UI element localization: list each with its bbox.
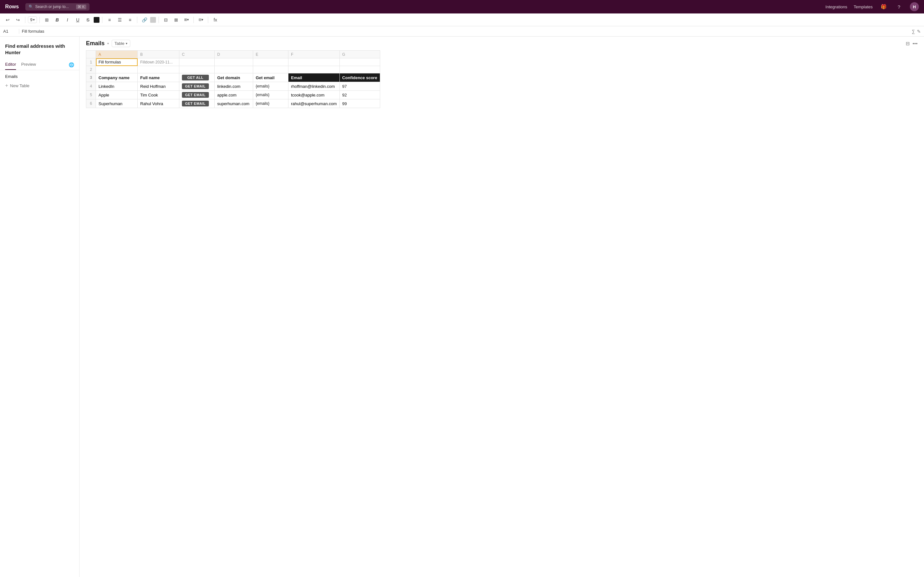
- cell-g4[interactable]: 97: [339, 82, 380, 91]
- align-left-button[interactable]: ≡: [105, 15, 114, 24]
- bg-color-swatch[interactable]: [150, 17, 156, 23]
- sheet-dot: •: [107, 41, 109, 47]
- cell-e2[interactable]: [253, 66, 288, 73]
- font-size-select[interactable]: 9 ▾: [28, 16, 37, 23]
- cell-c2[interactable]: [179, 66, 215, 73]
- cell-e1[interactable]: [253, 58, 288, 66]
- cell-c6[interactable]: GET EMAIL: [179, 99, 215, 108]
- app-logo[interactable]: Rows: [5, 4, 19, 10]
- cell-g1[interactable]: [339, 58, 380, 66]
- formula-edit-icon[interactable]: ✎: [917, 29, 921, 34]
- cell-b2[interactable]: [137, 66, 179, 73]
- freeze-button[interactable]: ⊠: [172, 15, 181, 24]
- cell-reference[interactable]: A1: [3, 29, 19, 34]
- tab-preview[interactable]: Preview: [21, 59, 36, 70]
- column-width-button[interactable]: ⊞: [42, 15, 51, 24]
- cell-f2[interactable]: [288, 66, 340, 73]
- align-center-button[interactable]: ☰: [115, 15, 124, 24]
- italic-button[interactable]: I: [63, 15, 72, 24]
- get-email-button-4[interactable]: GET EMAIL: [182, 83, 209, 89]
- sum-icon[interactable]: ∑: [912, 29, 915, 34]
- cell-d2[interactable]: [215, 66, 253, 73]
- format-button[interactable]: ⊟▾: [196, 15, 205, 24]
- cell-d5[interactable]: apple.com: [215, 91, 253, 99]
- cell-e3[interactable]: Get email: [253, 73, 288, 82]
- function-button[interactable]: fx: [211, 15, 220, 24]
- cell-d1[interactable]: [215, 58, 253, 66]
- get-email-button-5[interactable]: GET EMAIL: [182, 92, 209, 98]
- col-header-g[interactable]: G: [339, 51, 380, 58]
- col-header-f[interactable]: F: [288, 51, 340, 58]
- cell-f3[interactable]: Email: [288, 73, 340, 82]
- cell-d3[interactable]: Get domain: [215, 73, 253, 82]
- underline-button[interactable]: U: [73, 15, 82, 24]
- cell-c1[interactable]: [179, 58, 215, 66]
- undo-button[interactable]: ↩: [3, 15, 12, 24]
- new-table-button[interactable]: + New Table: [5, 81, 74, 90]
- templates-link[interactable]: Templates: [854, 5, 873, 9]
- cell-c5[interactable]: GET EMAIL: [179, 91, 215, 99]
- cell-e6[interactable]: {emails}: [253, 99, 288, 108]
- col-header-d[interactable]: D: [215, 51, 253, 58]
- spreadsheet-grid: A B C D E F G 1 Fill formulas Filldown 2…: [86, 50, 380, 108]
- text-color-swatch[interactable]: [94, 17, 99, 23]
- cell-b5[interactable]: Tim Cook: [137, 91, 179, 99]
- avatar[interactable]: H: [910, 2, 919, 11]
- cell-f5[interactable]: tcook@apple.com: [288, 91, 340, 99]
- more-options-icon[interactable]: •••: [913, 41, 918, 46]
- cell-c4[interactable]: GET EMAIL: [179, 82, 215, 91]
- cell-a1[interactable]: Fill formulas: [96, 58, 137, 66]
- cell-b3[interactable]: Full name: [137, 73, 179, 82]
- help-icon[interactable]: ?: [895, 2, 903, 11]
- col-header-b[interactable]: B: [137, 51, 179, 58]
- cell-g2[interactable]: [339, 66, 380, 73]
- search-bar[interactable]: 🔍 Search or jump to... ⌘ K: [25, 3, 89, 11]
- globe-icon[interactable]: 🌐: [69, 62, 74, 67]
- filter-icon[interactable]: ⊟: [906, 41, 910, 47]
- cell-b6[interactable]: Rahul Vohra: [137, 99, 179, 108]
- redo-button[interactable]: ↪: [13, 15, 23, 24]
- cell-a6[interactable]: Superhuman: [96, 99, 137, 108]
- cell-a2[interactable]: [96, 66, 137, 73]
- integrations-link[interactable]: Integrations: [825, 5, 847, 9]
- cell-e5[interactable]: {emails}: [253, 91, 288, 99]
- cell-f1[interactable]: [288, 58, 340, 66]
- strikethrough-button[interactable]: S: [83, 15, 92, 24]
- formula-content[interactable]: Fill formulas: [22, 29, 909, 34]
- link-button[interactable]: 🔗: [140, 15, 149, 24]
- cell-a5[interactable]: Apple: [96, 91, 137, 99]
- col-header-e[interactable]: E: [253, 51, 288, 58]
- col-header-a[interactable]: A: [96, 51, 137, 58]
- filter-button[interactable]: ⊟: [162, 15, 170, 24]
- get-email-button-6[interactable]: GET EMAIL: [182, 101, 209, 106]
- cell-d4[interactable]: linkedin.com: [215, 82, 253, 91]
- bold-button[interactable]: B: [53, 15, 61, 24]
- font-size-value: 9: [30, 17, 32, 22]
- table-view-button[interactable]: Table ▾: [111, 40, 130, 47]
- sidebar-content: Emails + New Table: [0, 70, 79, 577]
- col-header-c[interactable]: C: [179, 51, 215, 58]
- table-row: 4 LinkedIn Reid Hoffman GET EMAIL linked…: [86, 82, 380, 91]
- cell-c3[interactable]: GET ALL: [179, 73, 215, 82]
- table-row: 6 Superhuman Rahul Vohra GET EMAIL super…: [86, 99, 380, 108]
- cell-f4[interactable]: rhoffman@linkedin.com: [288, 82, 340, 91]
- gift-icon[interactable]: 🎁: [879, 2, 888, 11]
- sidebar: Find email addresses with Hunter Editor …: [0, 37, 79, 577]
- cell-d6[interactable]: superhuman.com: [215, 99, 253, 108]
- row-num-1: 1: [86, 58, 96, 66]
- cell-b4[interactable]: Reid Hoffman: [137, 82, 179, 91]
- get-all-button[interactable]: GET ALL: [182, 75, 209, 81]
- toolbar-divider-7: [208, 17, 208, 23]
- cell-e4[interactable]: {emails}: [253, 82, 288, 91]
- cell-g3[interactable]: Confidence score: [339, 73, 380, 82]
- align-right-button[interactable]: ≡: [126, 15, 134, 24]
- top-nav: Rows 🔍 Search or jump to... ⌘ K Integrat…: [0, 0, 924, 13]
- merge-button[interactable]: ⊞▾: [182, 15, 191, 24]
- tab-editor[interactable]: Editor: [5, 59, 16, 70]
- cell-a4[interactable]: LinkedIn: [96, 82, 137, 91]
- cell-b1[interactable]: Filldown 2020-11...: [137, 58, 179, 66]
- cell-g6[interactable]: 99: [339, 99, 380, 108]
- cell-f6[interactable]: rahul@superhuman.com: [288, 99, 340, 108]
- cell-a3[interactable]: Company name: [96, 73, 137, 82]
- cell-g5[interactable]: 92: [339, 91, 380, 99]
